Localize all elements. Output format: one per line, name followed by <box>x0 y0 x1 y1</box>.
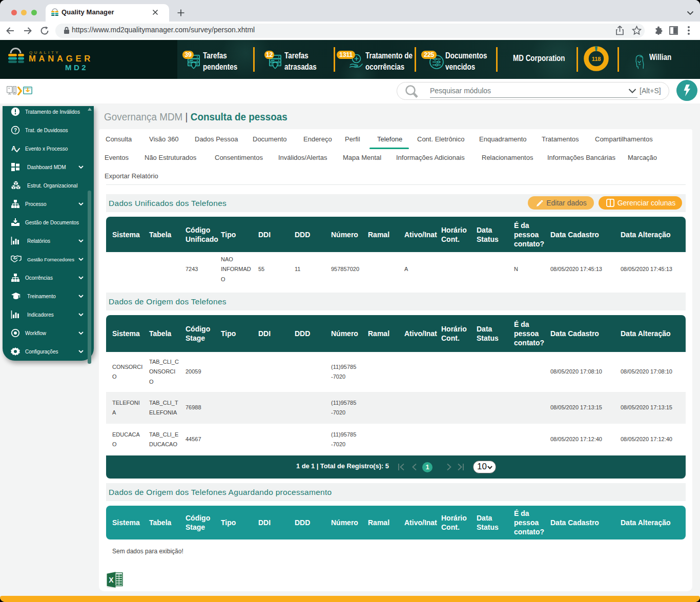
svg-text:?: ? <box>14 128 17 133</box>
svg-text:X: X <box>109 576 114 584</box>
svg-text:118: 118 <box>592 56 601 62</box>
